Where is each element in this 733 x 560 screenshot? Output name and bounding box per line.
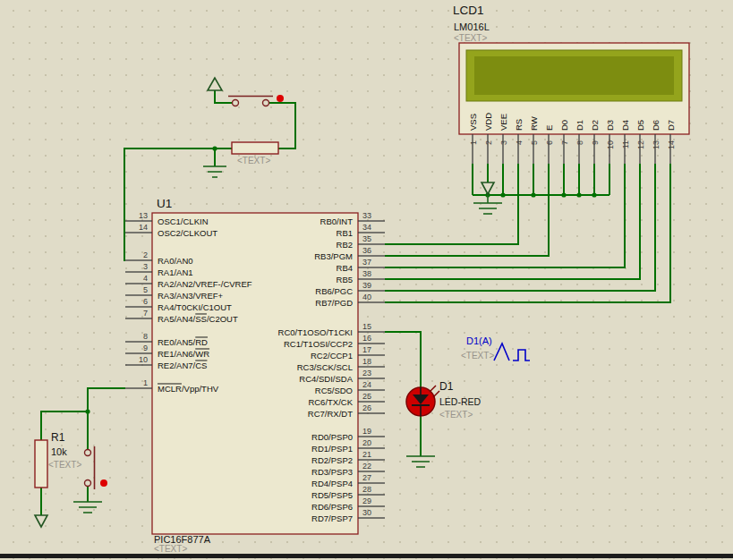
lcd-pin-name: E <box>544 125 554 131</box>
u1-pin-number: 10 <box>139 355 148 364</box>
u1-pin-number: 4 <box>143 274 148 283</box>
u1-pin-number: 15 <box>362 322 371 331</box>
wire-mclr-button[interactable] <box>88 388 125 449</box>
lcd-pin-name: D3 <box>605 120 615 131</box>
u1-pin-name: RC3/SCK/SCL <box>297 362 353 372</box>
window-edge <box>0 554 733 558</box>
u1-pin-name: RC0/T1OSO/T1CKI <box>278 327 353 337</box>
probe-waveform-icon[interactable] <box>494 344 530 361</box>
lcd-pin-number: 3 <box>499 140 508 145</box>
u1-pin-name: RC6/TX/CK <box>308 397 353 407</box>
lcd1-ref-label: LCD1 <box>453 4 484 17</box>
lcd1-screen <box>474 56 674 95</box>
wire-d5-rb5[interactable] <box>385 164 640 279</box>
ground-symbol-top[interactable] <box>203 166 226 177</box>
lcd-pin-name: D0 <box>559 120 569 131</box>
ground-symbol-lcd[interactable] <box>473 195 502 214</box>
button-actuator-dot[interactable] <box>100 479 107 487</box>
u1-pin-name: RE1/AN6/WR <box>158 349 209 359</box>
u1-pin-number: 36 <box>362 246 371 255</box>
junction-dot <box>500 192 505 197</box>
u1-pin-number: 13 <box>139 211 148 220</box>
u1-pin-number: 24 <box>362 380 371 389</box>
u1-ref-label: U1 <box>157 198 172 210</box>
wire-d6-rb6[interactable] <box>385 164 655 291</box>
ground-symbol-button[interactable] <box>73 502 102 513</box>
u1-pin-number: 26 <box>362 403 371 412</box>
u1-pin-name: RB1 <box>337 228 353 238</box>
u1-pin-name: RD3/PSP3 <box>311 467 353 477</box>
u1-pin-name: RB3/PGM <box>314 251 353 261</box>
led-emission-arrow-icon <box>430 386 436 392</box>
u1-pin-number: 22 <box>362 462 371 471</box>
wire-rs-rb2[interactable] <box>385 164 518 244</box>
resistor-r1[interactable] <box>35 440 47 488</box>
u1-pin-number: 16 <box>362 334 371 343</box>
wire-e-rb3[interactable] <box>385 164 549 256</box>
schematic-canvas[interactable]: 13OSC1/CLKIN14OSC2/CLKOUT2RA0/AN03RA1/AN… <box>0 0 733 560</box>
lcd-pin-name: D2 <box>590 120 600 131</box>
u1-pin-number: 34 <box>362 223 371 232</box>
ground-symbol-led[interactable] <box>406 456 435 467</box>
u1-pin-name: RB4 <box>337 263 353 273</box>
u1-pin-name: RD2/PSP2 <box>311 455 353 465</box>
u1-pin-number: 5 <box>143 285 148 294</box>
lcd-pin-number: 7 <box>560 140 569 145</box>
lcd-pin-number: 10 <box>606 140 615 149</box>
lcd-pin-name: VSS <box>468 114 478 131</box>
push-button-left[interactable] <box>85 446 108 489</box>
u1-pin-name: RB6/PGC <box>315 286 353 296</box>
junction-dot <box>561 192 566 197</box>
u1-pin-number: 37 <box>362 258 371 267</box>
u1-pin-name: RA2/AN2/VREF-/CVREF <box>158 279 252 289</box>
u1-pin-number: 19 <box>362 427 371 436</box>
lcd-pin-number: 13 <box>652 140 661 149</box>
power-terminal-up-icon[interactable] <box>208 78 222 90</box>
u1-pin-number: 14 <box>139 223 148 232</box>
u1-pin-number: 9 <box>143 344 148 352</box>
u1-pin-name: RD5/PSP5 <box>311 490 353 500</box>
u1-pin-number: 40 <box>362 293 371 301</box>
u1-pin-name: RC5/SDO <box>315 386 353 395</box>
u1-pin-name: RA3/AN3/VREF+ <box>158 291 224 301</box>
push-button-top[interactable] <box>228 95 284 106</box>
u1-pin-number: 3 <box>143 262 148 271</box>
u1-pin-number: 20 <box>362 438 371 447</box>
lcd1-text-placeholder: <TEXT> <box>454 34 487 43</box>
u1-pin-number: 38 <box>362 269 371 278</box>
power-terminal-lcd-icon[interactable] <box>482 182 494 194</box>
resistor-top[interactable] <box>232 142 278 154</box>
wire-d4-rb4[interactable] <box>385 164 625 267</box>
u1-pin-name: RB5 <box>337 275 353 284</box>
u1-pin-number: 8 <box>143 332 148 341</box>
u1-pin-number: 29 <box>362 496 371 505</box>
u1-pin-name: RC1/T1OSI/CCP2 <box>284 339 353 349</box>
lcd-pin-name: D5 <box>635 120 645 131</box>
u1-pin-number: 39 <box>362 281 371 290</box>
probe-label: D1(A) <box>466 336 492 346</box>
lcd-pin-name: D4 <box>620 120 630 131</box>
lcd-pin-number: 12 <box>636 140 645 149</box>
u1-pin-number: 6 <box>143 297 148 306</box>
probe-text-placeholder: <TEXT> <box>461 352 494 361</box>
u1-pin-name: OSC1/CLKIN <box>158 216 209 226</box>
d1-text-placeholder: <TEXT> <box>439 411 473 420</box>
u1-pin-name: RC7/RX/DT <box>308 409 353 419</box>
wire-d7-rb7[interactable] <box>385 164 670 302</box>
button-actuator-dot[interactable] <box>277 95 284 102</box>
u1-pin-name: RD6/PSP6 <box>311 502 353 512</box>
lcd-pin-number: 2 <box>484 140 493 145</box>
r1-text-placeholder: <TEXT> <box>48 461 81 470</box>
power-terminal-r1-icon[interactable] <box>35 515 47 527</box>
u1-pin-number: 23 <box>362 369 371 378</box>
u1-pin-name: RC2/CCP1 <box>311 351 353 361</box>
lcd-pin-number: 4 <box>515 140 524 145</box>
u1-pin-number: 28 <box>362 485 371 494</box>
lcd-pin-number: 5 <box>530 140 539 145</box>
u1-pin-name: RA4/T0CKI/C1OUT <box>158 302 232 312</box>
wire-rc0-led[interactable] <box>385 332 421 387</box>
u1-pin-name: RD1/PSP1 <box>311 444 353 454</box>
u1-pin-name: RB7/PGD <box>315 298 353 308</box>
led-d1[interactable] <box>406 386 439 416</box>
u1-pin-name: RD4/PSP4 <box>311 479 353 488</box>
